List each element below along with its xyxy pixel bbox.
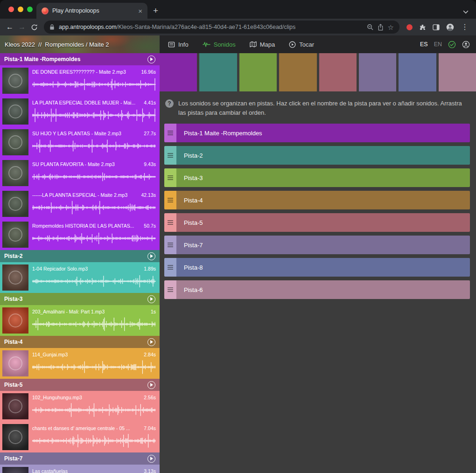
account-icon[interactable] [462, 41, 470, 49]
track-header-pista-1[interactable]: Pista-1 Maite -Rompemoldes [0, 53, 160, 65]
clip-item[interactable]: SU HIJO Y LAS PLANTAS - Maite 2.mp3 27.7… [0, 127, 160, 158]
close-window-button[interactable] [8, 7, 14, 12]
drag-handle[interactable] [164, 258, 176, 277]
language-es-button[interactable]: ES [420, 41, 428, 48]
color-swatch[interactable] [160, 53, 197, 91]
clip-item[interactable]: DE DONDE ERES???????? - Maite 2.mp3 16.9… [0, 65, 160, 96]
language-en-button[interactable]: EN [434, 41, 442, 48]
color-swatch[interactable] [319, 53, 357, 91]
track-header-pista-4[interactable]: Pista-4 [0, 336, 160, 348]
clip-waveform[interactable] [32, 357, 156, 376]
drag-handle[interactable] [164, 213, 176, 232]
breadcrumb-project[interactable]: Kleos 2022 [5, 41, 35, 48]
track-name[interactable]: Pista-1 Maite -Rompemoldes [4, 56, 147, 63]
drag-handle[interactable] [164, 191, 176, 209]
color-swatch[interactable] [199, 53, 237, 91]
minimize-window-button[interactable] [18, 7, 23, 12]
track-row-pista-2[interactable]: Pista-2 [164, 146, 470, 165]
track-row-pista-4[interactable]: Pista-4 [164, 191, 470, 209]
track-row-pista-6[interactable]: Pista-6 [164, 280, 470, 299]
fullscreen-window-button[interactable] [27, 7, 33, 12]
address-bar[interactable]: app.antropoloops.com/Kleos-Santa-Marina/… [44, 21, 399, 34]
extension-record-icon[interactable] [406, 24, 413, 30]
clip-waveform[interactable] [32, 75, 156, 94]
clip-waveform[interactable] [32, 105, 156, 125]
track-row-pista-7[interactable]: Pista-7 [164, 236, 470, 254]
clip-item[interactable]: Rompemoldes HISTORIA DE LAS PLANTAS... 5… [0, 219, 160, 250]
track-row-body[interactable]: Pista-5 [176, 213, 470, 232]
clip-item[interactable]: 203_Amalihani - Mali: Part 1.mp3 1s [0, 305, 160, 336]
track-header-pista-2[interactable]: Pista-2 [0, 250, 160, 262]
drag-handle[interactable] [164, 236, 176, 254]
lock-icon[interactable] [49, 24, 55, 30]
track-play-button[interactable] [147, 381, 155, 389]
track-play-button[interactable] [147, 455, 155, 463]
track-header-pista-3[interactable]: Pista-3 [0, 293, 160, 305]
color-swatch[interactable] [279, 53, 316, 91]
track-row-pista-5[interactable]: Pista-5 [164, 213, 470, 232]
track-row-body[interactable]: Pista-6 [176, 280, 470, 299]
track-header-pista-7[interactable]: Pista-7 [0, 452, 160, 465]
track-row-pista-1[interactable]: Pista-1 Maite -Rompemoldes [164, 124, 470, 142]
color-swatch[interactable] [399, 53, 436, 91]
color-swatch[interactable] [359, 53, 396, 91]
track-row-body[interactable]: Pista-8 [176, 258, 470, 277]
nav-tab-mapa[interactable]: Mapa [250, 41, 275, 48]
clip-waveform[interactable] [32, 136, 156, 155]
tab-search-chevron-icon[interactable] [463, 10, 469, 14]
clip-waveform[interactable] [32, 229, 156, 248]
track-play-button[interactable] [147, 56, 155, 63]
bookmark-star-icon[interactable]: ☆ [388, 24, 394, 31]
clip-item[interactable]: LA PLANTA ESPECIAL DOBLE MUJER - Mai... … [0, 96, 160, 127]
track-row-pista-3[interactable]: Pista-3 [164, 168, 470, 187]
track-name[interactable]: Pista-7 [4, 455, 147, 462]
clip-waveform[interactable] [32, 198, 156, 217]
track-row-body[interactable]: Pista-2 [176, 146, 470, 165]
track-header-pista-5[interactable]: Pista-5 [0, 379, 160, 391]
tab-close-icon[interactable]: × [137, 7, 144, 14]
reload-button[interactable] [28, 21, 40, 33]
track-play-button[interactable] [147, 338, 155, 346]
browser-tab[interactable]: Play Antropoloops × [36, 3, 147, 19]
clip-item[interactable]: 114_Gunjai.mp3 2.84s [0, 348, 160, 379]
back-button[interactable]: ← [4, 21, 16, 33]
share-icon[interactable] [378, 24, 384, 31]
clip-item[interactable]: SU PLANTA FAVORITA - Maite 2.mp3 9.43s [0, 158, 160, 188]
side-panel-icon[interactable] [433, 24, 440, 30]
breadcrumb-path[interactable]: Rompemoldes / Maite 2 [45, 41, 109, 48]
track-name[interactable]: Pista-5 [4, 382, 147, 388]
track-play-button[interactable] [147, 252, 155, 260]
color-swatch[interactable] [239, 53, 277, 91]
drag-handle[interactable] [164, 168, 176, 187]
track-row-pista-8[interactable]: Pista-8 [164, 258, 470, 277]
clip-item[interactable]: 1-04 Repicador Solo.mp3 1.89s [0, 262, 160, 293]
clip-item[interactable]: 102_Hunguhungu.mp3 2.56s [0, 391, 160, 422]
browser-menu-icon[interactable]: ⋮ [461, 23, 469, 31]
track-name[interactable]: Pista-3 [4, 296, 147, 302]
clip-waveform[interactable] [32, 271, 156, 291]
clip-waveform[interactable] [32, 400, 156, 419]
extensions-puzzle-icon[interactable] [419, 24, 426, 31]
nav-tab-sonidos[interactable]: Sonidos [203, 41, 236, 48]
clip-item[interactable]: Las castañuelas 3.13s [0, 465, 160, 473]
clip-waveform[interactable] [32, 314, 156, 334]
drag-handle[interactable] [164, 280, 176, 299]
clip-item[interactable]: ------LA PLANNTA ESPECIAL - Maite 2.mp3 … [0, 188, 160, 219]
track-row-body[interactable]: Pista-4 [176, 191, 470, 209]
sync-check-icon[interactable] [448, 41, 456, 49]
drag-handle[interactable] [164, 124, 176, 142]
url-text[interactable]: app.antropoloops.com/Kleos-Santa-Marina/… [59, 24, 363, 30]
color-swatch[interactable] [439, 53, 476, 91]
nav-tab-info[interactable]: Info [168, 41, 189, 48]
nav-tab-tocar[interactable]: Tocar [289, 41, 314, 48]
track-row-body[interactable]: Pista-3 [176, 168, 470, 187]
clip-item[interactable]: chants et danses d' amerique centrale - … [0, 422, 160, 452]
drag-handle[interactable] [164, 146, 176, 165]
track-name[interactable]: Pista-4 [4, 339, 147, 345]
clip-waveform[interactable] [32, 167, 156, 186]
forward-button[interactable]: → [16, 21, 28, 33]
profile-avatar-icon[interactable] [446, 23, 454, 31]
clip-waveform[interactable] [32, 431, 156, 450]
new-tab-button[interactable]: + [153, 6, 158, 15]
zoom-icon[interactable] [367, 24, 373, 30]
